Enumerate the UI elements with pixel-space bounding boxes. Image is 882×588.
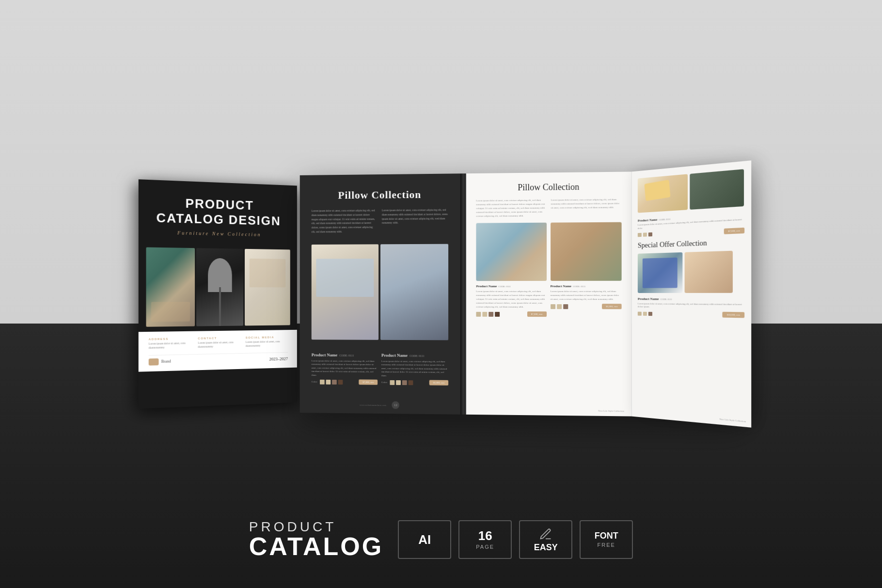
left-text-1: Lorem ipsum dolor sit amet, cons ectetue… — [312, 208, 377, 234]
cover-images — [139, 242, 297, 332]
cover-top: PRODUCT CATALOG DESIGN Furniture New Col… — [139, 179, 297, 245]
footer-address: ADDRESS Lorem ipsum dolor sit amet, cons… — [149, 337, 194, 350]
right-product-grid: Product Name CODE: 0111 Lorem ipsum dolo… — [476, 222, 621, 317]
left-product-1-footer: Color: $7,000, ooo — [312, 379, 378, 385]
cover-title: PRODUCT CATALOG DESIGN — [151, 195, 285, 229]
book-spine — [460, 173, 466, 415]
bottom-catalog-label: CATALOG — [249, 534, 383, 559]
right-product-1-price: $7,000, ooo — [527, 311, 547, 317]
left-text-2: Lorem ipsum dolor sit amet, cons ectetue… — [382, 208, 448, 233]
right-product-1-footer: $7,000, ooo — [476, 311, 546, 317]
third-product-image-1 — [638, 252, 683, 293]
left-product-1: Product Name CODE: 0111 Lorem ipsum dolo… — [312, 352, 378, 385]
left-product-2: Product Name CODE: 0111 Lorem ipsum dolo… — [381, 353, 448, 386]
left-product-images — [312, 244, 448, 340]
edit-icon — [539, 527, 552, 541]
right-product-1-swatches — [476, 311, 500, 316]
cover-footer: ADDRESS Lorem ipsum dolor sit amet, cons… — [139, 330, 297, 371]
third-image-1 — [638, 174, 688, 213]
left-product-image-1 — [312, 244, 378, 340]
pillow-image-2 — [551, 222, 622, 281]
swatch-3 — [648, 232, 652, 237]
right-text-columns: Lorem ipsum dolor sit amet, cons ectetue… — [476, 198, 621, 218]
third-page-footer: New Life Style Collection — [719, 418, 745, 423]
page-number-left: 12 — [392, 401, 400, 409]
pillow-image-1 — [476, 223, 546, 281]
right-page-title: Pillow Collection — [476, 182, 621, 193]
footer-contact: CONTACT Lorem ipsum dolor sit amet, cons… — [198, 337, 241, 349]
product-2-swatches — [390, 380, 413, 385]
brand-logo: Brand — [149, 358, 171, 365]
bottom-title-group: PRODUCT CATALOG — [249, 520, 383, 559]
left-product-image-2 — [380, 244, 448, 340]
badge-font-free: FONT FREE — [580, 520, 633, 559]
swatch-1 — [638, 233, 642, 237]
right-page-footer: New Life Style Collection — [598, 410, 624, 413]
right-product-2-img: Product Name CODE: 0111 Lorem ipsum dolo… — [551, 222, 622, 317]
swatch-1 — [476, 311, 481, 316]
swatch-1 — [390, 380, 394, 385]
right-product-2-swatches — [551, 304, 568, 309]
cover-image-3 — [245, 249, 290, 326]
product-2-price: $5,000, ooo — [429, 380, 448, 386]
swatch-1 — [320, 380, 325, 385]
left-text-columns: Lorem ipsum dolor sit amet, cons ectetue… — [312, 208, 448, 239]
right-product-2-price: $5,000, ooo — [602, 304, 621, 309]
third-image-2 — [690, 169, 744, 210]
page-left: Pillow Collection Lorem ipsum dolor sit … — [300, 173, 460, 414]
left-product-2-footer: Color: $5,000, ooo — [381, 380, 448, 386]
bottom-section: PRODUCT CATALOG AI 16 PAGE EASY FONT FRE… — [0, 520, 882, 559]
swatch-2 — [396, 380, 401, 385]
swatch-2 — [643, 232, 647, 237]
swatch-4 — [495, 311, 500, 316]
third-product-image-2 — [685, 250, 733, 293]
third-product-1-price: $7,000, ooo — [724, 227, 744, 234]
book-cover: PRODUCT CATALOG DESIGN Furniture New Col… — [139, 179, 297, 409]
swatch-3 — [488, 311, 493, 316]
cover-year: 2023–2027 — [269, 356, 288, 362]
cover-footer-grid: ADDRESS Lorem ipsum dolor sit amet, cons… — [149, 336, 288, 350]
third-swatches-1 — [638, 232, 652, 237]
right-text-1: Lorem ipsum dolor sit amet, cons ectetue… — [476, 199, 546, 218]
cover-image-2 — [196, 248, 243, 326]
product-1-swatches — [320, 380, 343, 385]
badge-easy: EASY — [519, 520, 572, 559]
third-product-2-price: $10,000, ooo — [723, 312, 744, 318]
swatch-3 — [563, 304, 568, 309]
swatch-4 — [408, 380, 413, 385]
page-right: Pillow Collection Lorem ipsum dolor sit … — [466, 171, 631, 416]
badge-pages: 16 PAGE — [458, 520, 512, 559]
right-text-2: Lorem ipsum dolor sit amet, cons ectetue… — [551, 198, 622, 217]
swatch-3 — [332, 380, 337, 385]
left-page-title: Pillow Collection — [312, 188, 448, 201]
brand-icon — [149, 358, 159, 366]
swatch-2 — [326, 380, 331, 385]
third-product-2-info: Product Name CODE: 0111 Lorem ipsum dolo… — [638, 297, 744, 318]
swatch-1 — [638, 311, 642, 315]
brand-name: Brand — [161, 359, 171, 364]
bottom-badges: AI 16 PAGE EASY FONT FREE — [398, 520, 633, 559]
cover-brand-row: Brand 2023–2027 — [149, 352, 288, 366]
right-product-2-footer: $5,000, ooo — [551, 304, 622, 309]
third-swatches-2 — [638, 311, 652, 316]
right-product-1-img: Product Name CODE: 0111 Lorem ipsum dolo… — [476, 223, 546, 317]
swatch-1 — [551, 304, 555, 309]
third-product-2-footer: $10,000, ooo — [638, 311, 744, 318]
swatch-2 — [643, 311, 647, 315]
page-third: Product Name CODE: 0111 Lorem ipsum dolo… — [631, 160, 751, 428]
third-top-images — [638, 169, 744, 213]
third-product-top: Product Name CODE: 0111 Lorem ipsum dolo… — [638, 212, 744, 238]
third-product-images — [638, 250, 744, 293]
swatch-3 — [648, 311, 652, 315]
book-spread: Pillow Collection Lorem ipsum dolor sit … — [300, 170, 746, 418]
bottom-product-label: PRODUCT — [249, 520, 383, 534]
cover-image-1 — [146, 248, 195, 327]
swatch-3 — [402, 380, 407, 385]
scene: PRODUCT CATALOG DESIGN Furniture New Col… — [0, 0, 882, 588]
footer-social: SOCIAL MEDIA Lorem ipsum dolor sit amet,… — [246, 336, 288, 348]
swatch-4 — [338, 380, 343, 385]
swatch-2 — [482, 311, 487, 316]
left-page-footer: www.websitenamehere.com 12 — [300, 399, 460, 410]
badge-ai: AI — [398, 520, 451, 559]
left-products: Product Name CODE: 0111 Lorem ipsum dolo… — [312, 345, 448, 386]
